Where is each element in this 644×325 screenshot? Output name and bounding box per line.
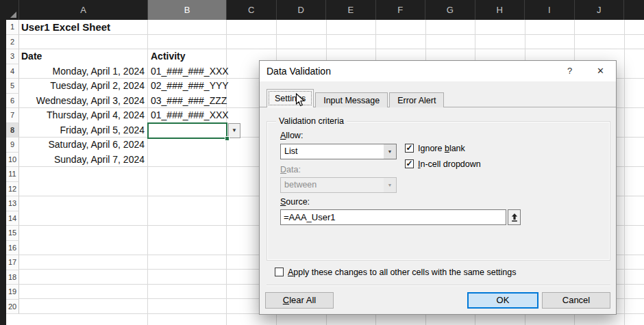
cell-a9-date[interactable]: Saturday, April 6, 2024 (19, 138, 145, 153)
row-header-7[interactable]: 7 (6, 108, 19, 123)
column-header-i[interactable]: I (525, 0, 575, 20)
cell-b7-activity[interactable]: 01_###_###_XXX (151, 108, 226, 123)
chevron-down-icon: ▼ (384, 178, 396, 192)
cell-a7-date[interactable]: Thursday, April 4, 2024 (19, 108, 145, 123)
window-left-edge (0, 0, 6, 325)
data-validation-dialog: Data Validation ? ✕ Settings Input Messa… (259, 60, 617, 315)
button-separator (267, 285, 610, 285)
gridline (147, 20, 148, 325)
collapse-up-arrow-icon (511, 213, 518, 222)
fill-handle[interactable] (225, 136, 230, 141)
column-header-b[interactable]: B (148, 0, 227, 20)
data-dropdown: between ▼ (280, 177, 397, 193)
excel-window: A B C D E F G H I J 1 2 3 4 5 6 7 8 9 10… (0, 0, 644, 325)
tab-error-alert[interactable]: Error Alert (389, 92, 444, 107)
row-header-15[interactable]: 15 (6, 226, 19, 241)
cell-a4-date[interactable]: Monday, April 1, 2024 (19, 64, 145, 79)
row-header-5[interactable]: 5 (6, 79, 19, 94)
allow-label: Allow: (280, 131, 303, 140)
row-header-16[interactable]: 16 (6, 241, 19, 256)
column-header-e[interactable]: E (326, 0, 376, 20)
row-header-17[interactable]: 17 (6, 255, 19, 270)
source-label: Source: (280, 197, 310, 207)
cancel-button[interactable]: Cancel (542, 292, 610, 309)
row-header-20[interactable]: 20 (6, 300, 19, 315)
ok-button[interactable]: OK (467, 292, 538, 309)
column-header-f[interactable]: F (376, 0, 426, 20)
data-label: Data: (280, 165, 301, 174)
dialog-tabs: Settings Input Message Error Alert (267, 89, 445, 107)
row-header-11[interactable]: 11 (6, 167, 19, 182)
cell-a5-date[interactable]: Tuesday, April 2, 2024 (19, 79, 145, 94)
allow-dropdown-value: List (281, 144, 384, 159)
row-header-9[interactable]: 9 (6, 138, 19, 153)
cell-a6-date[interactable]: Wednesday, April 3, 2024 (19, 94, 145, 109)
in-cell-dropdown-label[interactable]: In-cell dropdown (418, 159, 481, 169)
tab-input-message[interactable]: Input Message (315, 92, 388, 107)
row-header-12[interactable]: 12 (6, 182, 19, 197)
row-header-8[interactable]: 8 (6, 123, 19, 138)
row-header-4[interactable]: 4 (6, 64, 19, 79)
in-cell-dropdown-button[interactable]: ▼ (228, 123, 240, 138)
mouse-cursor-icon (295, 93, 306, 110)
ignore-blank-label[interactable]: Ignore blank (418, 144, 465, 153)
help-button[interactable]: ? (554, 61, 585, 81)
column-header-d[interactable]: D (277, 0, 327, 20)
allow-dropdown[interactable]: List ▼ (280, 144, 397, 159)
data-dropdown-value: between (281, 178, 384, 192)
cell-a3-date-header[interactable]: Date (21, 49, 103, 64)
selected-cell-b8[interactable] (147, 122, 227, 139)
row-header-19[interactable]: 19 (6, 285, 19, 300)
clear-all-button[interactable]: Clear All (265, 292, 334, 309)
row-header-1[interactable]: 1 (6, 20, 19, 35)
close-button[interactable]: ✕ (585, 61, 616, 81)
cell-b6-activity[interactable]: 03_###_###_ZZZ (151, 94, 226, 109)
apply-all-label[interactable]: Apply these changes to all other cells w… (288, 268, 517, 277)
row-header-18[interactable]: 18 (6, 270, 19, 285)
row-header-14[interactable]: 14 (6, 211, 19, 226)
cell-a10-date[interactable]: Sunday, April 7, 2024 (19, 153, 145, 168)
row-header-6[interactable]: 6 (6, 94, 19, 109)
column-header-h[interactable]: H (475, 0, 525, 20)
tab-settings[interactable]: Settings (267, 89, 314, 107)
validation-criteria-label: Validation criteria (276, 116, 347, 126)
gridline (624, 20, 625, 325)
select-all-corner[interactable] (0, 0, 19, 20)
cell-b4-activity[interactable]: 01_###_###_XXX (151, 64, 226, 79)
cell-a8-date[interactable]: Friday, April 5, 2024 (19, 123, 145, 138)
column-header-c[interactable]: C (227, 0, 277, 20)
column-header-strip: A B C D E F G H I J (0, 0, 644, 20)
row-header-13[interactable]: 13 (6, 196, 19, 211)
column-header-j[interactable]: J (575, 0, 625, 20)
apply-all-checkbox[interactable] (275, 268, 284, 276)
row-header-10[interactable]: 10 (6, 153, 19, 168)
cell-b5-activity[interactable]: 02_###_###_YYY (151, 79, 226, 94)
source-input[interactable] (280, 209, 506, 225)
row-header-3[interactable]: 3 (6, 49, 19, 64)
ignore-blank-checkbox[interactable] (405, 144, 414, 153)
row-header-2[interactable]: 2 (6, 35, 19, 50)
collapse-dialog-button[interactable] (508, 209, 521, 225)
in-cell-dropdown-checkbox[interactable] (405, 159, 414, 168)
dropdown-arrow-icon: ▼ (232, 127, 237, 133)
dialog-titlebar[interactable]: Data Validation ? ✕ (260, 61, 616, 81)
dialog-title: Data Validation (260, 66, 554, 77)
chevron-down-icon[interactable]: ▼ (384, 144, 396, 159)
column-header-g[interactable]: G (425, 0, 475, 20)
column-header-a[interactable]: A (19, 0, 148, 20)
cell-a1-title[interactable]: User1 Excel Sheet (21, 20, 193, 35)
cell-b3-activity-header[interactable]: Activity (151, 49, 225, 64)
